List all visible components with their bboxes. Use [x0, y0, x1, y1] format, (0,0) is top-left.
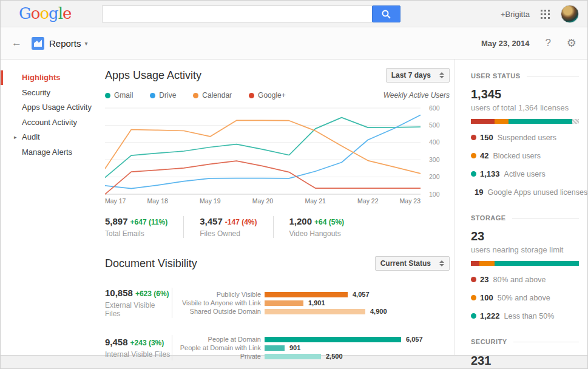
bar-category-label: People at Domain: [176, 336, 261, 343]
gear-icon[interactable]: ⚙: [567, 36, 576, 50]
stacked-bar-chart: [471, 261, 579, 266]
stat-delta: +647 (11%): [130, 218, 168, 226]
sidebar-item-account-activity[interactable]: Account Activity: [1, 115, 101, 130]
usage-stat: 1,200+64 (5%)Video Hangouts: [273, 216, 360, 238]
internal-files-visibility: 9,458+243 (3%)Internal Visible FilesPeop…: [105, 335, 450, 361]
reports-header: ← Reports ▾ May 23, 2014 ? ⚙: [1, 27, 587, 59]
stat-value: 3,457: [200, 216, 223, 226]
bar-row: Private2,500: [176, 352, 450, 361]
legend-label: Calendar: [202, 91, 232, 100]
usage-stat: 5,897+647 (11%)Total Emails: [105, 216, 183, 238]
search-input[interactable]: [102, 5, 373, 22]
rail-heading-label: SECURITY: [471, 338, 507, 345]
page-title[interactable]: Reports: [49, 38, 81, 49]
sidebar-item-audit[interactable]: ▸Audit: [1, 130, 101, 145]
account-name[interactable]: +Brigitta: [501, 10, 530, 19]
legend-calendar[interactable]: Calendar: [193, 91, 232, 100]
stacked-bar-segment: [479, 261, 495, 266]
chevron-down-icon[interactable]: ▾: [85, 40, 88, 47]
reports-icon: [32, 37, 44, 50]
bar[interactable]: [265, 292, 348, 297]
status-dropdown[interactable]: Current Status: [375, 256, 450, 271]
bar-chart: People at Domain6,057People at Domain wi…: [176, 335, 450, 361]
stacked-bar-segment: [495, 119, 509, 124]
bar-row: People at Domain with Link901: [176, 344, 450, 352]
legend-value: 42: [480, 151, 488, 160]
spinner-arrows-icon: [439, 72, 444, 78]
sidebar-item-security[interactable]: Security: [1, 86, 101, 101]
bar-category-label: People at Domain with Link: [176, 344, 261, 351]
bar-category-label: Shared Outside Domain: [176, 308, 261, 315]
legend-label: 50% and above: [498, 294, 550, 302]
bar-value-label: 2,500: [326, 353, 343, 360]
bar[interactable]: [265, 345, 285, 351]
rail-legend-item: 1,222Less than 50%: [471, 311, 579, 320]
svg-text:May 18: May 18: [147, 197, 168, 205]
stat-label: Internal Visible Files: [105, 350, 172, 359]
legend-googleplus[interactable]: Google+: [249, 91, 286, 100]
svg-text:200: 200: [429, 173, 440, 180]
legend-value: 1,222: [480, 311, 500, 320]
apps-usage-title: Apps Usage Activity: [105, 69, 201, 82]
date-range-dropdown[interactable]: Last 7 days: [386, 68, 450, 83]
svg-text:May 20: May 20: [252, 197, 274, 205]
admin-reports-page: Google +Brigitta ← Repo: [0, 0, 588, 369]
bar[interactable]: [265, 309, 365, 314]
search-icon: [381, 9, 391, 19]
search-button[interactable]: [372, 5, 400, 22]
bar-row: Publicly Visible4,057: [176, 290, 450, 299]
svg-text:300: 300: [429, 156, 440, 163]
bar[interactable]: [265, 300, 303, 306]
sidebar-item-label: Audit: [22, 132, 40, 141]
sidebar-item-label: Manage Alerts: [22, 147, 72, 157]
line-series-calendar: [105, 120, 421, 174]
usage-stats-row: 5,897+647 (11%)Total Emails3,457-147 (4%…: [105, 216, 450, 238]
legend-label: 80% and above: [493, 276, 546, 284]
google-logo[interactable]: Google: [19, 4, 71, 22]
rail-legend-item: 42Blocked users: [471, 151, 579, 160]
stacked-bar-segment: [471, 119, 495, 124]
rail-section-storage: STORAGE23users nearing storage limit2380…: [471, 214, 579, 320]
rail-big-number: 1,345: [471, 87, 579, 101]
stat-delta: +64 (5%): [314, 218, 344, 226]
legend-dot-icon: [471, 295, 476, 300]
svg-text:May 17: May 17: [105, 197, 126, 205]
stat-label: Files Owned: [200, 229, 257, 238]
stat-delta: +243 (3%): [130, 339, 164, 347]
legend-dot-icon: [471, 135, 476, 140]
legend-value: 19: [475, 188, 483, 197]
back-arrow-icon[interactable]: ←: [12, 37, 22, 49]
legend-value: 1,133: [480, 169, 500, 178]
legend-label: Gmail: [114, 91, 133, 100]
legend-dot-icon: [471, 153, 476, 158]
apps-grid-icon[interactable]: [541, 10, 550, 19]
sidebar-item-apps-usage-activity[interactable]: Apps Usage Activity: [1, 100, 101, 115]
rail-legend-item: 10050% and above: [471, 293, 579, 302]
rail-section-security: SECURITY231External Apps installed52not …: [471, 338, 579, 369]
legend-dot-icon: [193, 93, 198, 98]
svg-text:100: 100: [429, 191, 440, 198]
external-files-visibility: 10,858+623 (6%)External Visible FilesPub…: [105, 288, 450, 318]
rail-sub-label: users nearing storage limit: [471, 245, 579, 254]
chart-legend: GmailDriveCalendarGoogle+Weekly Active U…: [105, 91, 450, 100]
bar[interactable]: [265, 354, 321, 359]
right-rail: USER STATUS1,345users of total 1,364 lic…: [455, 59, 587, 355]
avatar[interactable]: [561, 5, 579, 23]
bar-value-label: 6,057: [406, 336, 423, 343]
legend-dot-icon: [249, 93, 254, 98]
sidebar-item-manage-alerts[interactable]: Manage Alerts: [1, 145, 101, 160]
bar-row: People at Domain6,057: [176, 335, 450, 344]
date-range-value: Last 7 days: [391, 71, 431, 80]
bar-value-label: 901: [289, 344, 300, 351]
rail-legend-item: 1,133Active users: [471, 169, 579, 178]
legend-drive[interactable]: Drive: [150, 91, 176, 100]
sidebar-item-highlights[interactable]: Highlights: [1, 70, 101, 86]
rail-sub-label: users of total 1,364 licenses: [471, 103, 579, 112]
help-icon[interactable]: ?: [545, 37, 550, 49]
legend-value: 23: [480, 275, 488, 284]
stat-label: External Visible Files: [105, 301, 172, 318]
legend-gmail[interactable]: Gmail: [105, 91, 133, 100]
bar[interactable]: [265, 337, 401, 342]
stacked-bar-segment: [495, 261, 579, 266]
bar-value-label: 4,900: [370, 308, 387, 315]
